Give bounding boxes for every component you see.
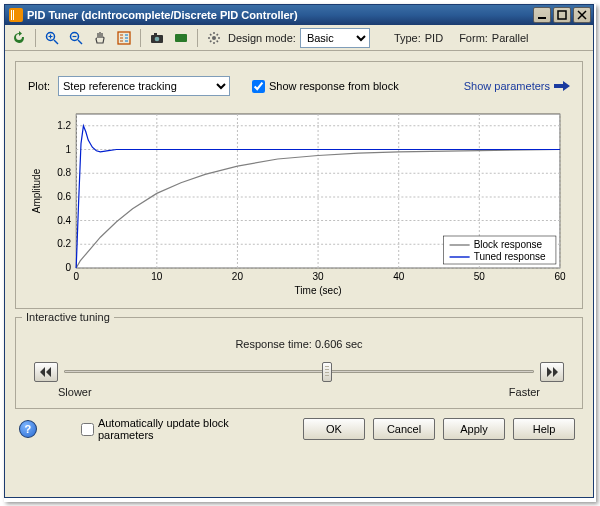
auto-update-checkbox[interactable] (81, 423, 94, 436)
svg-text:Time (sec): Time (sec) (295, 285, 342, 296)
svg-text:30: 30 (312, 271, 324, 282)
svg-text:20: 20 (232, 271, 244, 282)
refresh-icon[interactable] (9, 28, 29, 48)
help-icon[interactable]: ? (19, 420, 37, 438)
help-button[interactable]: Help (513, 418, 575, 440)
svg-rect-4 (118, 32, 130, 44)
show-block-checkbox[interactable] (252, 80, 265, 93)
svg-text:1: 1 (66, 144, 72, 155)
plot-type-select[interactable]: Step reference tracking (58, 76, 230, 96)
cancel-button[interactable]: Cancel (373, 418, 435, 440)
gear-icon[interactable] (204, 28, 224, 48)
svg-text:0: 0 (73, 271, 79, 282)
auto-update-checkbox-wrap[interactable]: Automatically update block parameters (81, 417, 287, 441)
svg-text:0.4: 0.4 (57, 215, 71, 226)
response-slider-thumb[interactable] (322, 362, 332, 382)
legend-icon[interactable] (114, 28, 134, 48)
response-slider-track[interactable] (64, 370, 534, 373)
design-mode-label: Design mode: (228, 32, 296, 44)
faster-label: Faster (509, 386, 540, 398)
titlebar: PID Tuner (dcIntrocomplete/Discrete PID … (5, 5, 593, 25)
svg-text:Block response: Block response (474, 239, 543, 250)
print-icon[interactable] (171, 28, 191, 48)
svg-text:60: 60 (554, 271, 566, 282)
response-chart: 010203040506000.20.40.60.811.2Time (sec)… (28, 108, 570, 298)
form-label: Form: (459, 32, 488, 44)
show-parameters-link[interactable]: Show parameters (464, 80, 570, 92)
svg-text:Amplitude: Amplitude (31, 168, 42, 213)
svg-text:0.8: 0.8 (57, 167, 71, 178)
svg-rect-1 (558, 11, 566, 19)
svg-text:10: 10 (151, 271, 163, 282)
ok-button[interactable]: OK (303, 418, 365, 440)
type-label: Type: (394, 32, 421, 44)
svg-point-6 (155, 36, 160, 41)
app-icon (9, 8, 23, 22)
svg-text:Tuned response: Tuned response (474, 251, 546, 262)
type-value: PID (425, 32, 443, 44)
pid-tuner-window: PID Tuner (dcIntrocomplete/Discrete PID … (4, 4, 594, 498)
svg-text:0.6: 0.6 (57, 191, 71, 202)
window-title: PID Tuner (dcIntrocomplete/Discrete PID … (27, 9, 533, 21)
zoom-out-icon[interactable] (66, 28, 86, 48)
faster-step-button[interactable] (540, 362, 564, 382)
auto-update-label: Automatically update block parameters (98, 417, 287, 441)
slower-step-button[interactable] (34, 362, 58, 382)
svg-rect-7 (154, 33, 157, 35)
interactive-tuning-group: Interactive tuning Response time: 0.606 … (15, 317, 583, 409)
minimize-button[interactable] (533, 7, 551, 23)
design-mode-select[interactable]: Basic (300, 28, 370, 48)
svg-text:0: 0 (66, 262, 72, 273)
svg-rect-8 (175, 34, 187, 42)
response-time-label: Response time: 0.606 sec (28, 338, 570, 350)
camera-icon[interactable] (147, 28, 167, 48)
zoom-in-icon[interactable] (42, 28, 62, 48)
pan-icon[interactable] (90, 28, 110, 48)
arrow-right-icon (554, 80, 570, 92)
apply-button[interactable]: Apply (443, 418, 505, 440)
maximize-button[interactable] (553, 7, 571, 23)
interactive-tuning-legend: Interactive tuning (22, 311, 114, 323)
svg-rect-0 (538, 17, 546, 19)
svg-text:1.2: 1.2 (57, 120, 71, 131)
svg-text:50: 50 (474, 271, 486, 282)
svg-point-9 (212, 36, 216, 40)
show-block-label: Show response from block (269, 80, 399, 92)
close-button[interactable] (573, 7, 591, 23)
form-value: Parallel (492, 32, 529, 44)
footer-row: ? Automatically update block parameters … (15, 417, 583, 441)
plot-panel: Plot: Step reference tracking Show respo… (15, 61, 583, 309)
plot-label: Plot: (28, 80, 50, 92)
show-block-checkbox-wrap[interactable]: Show response from block (252, 80, 399, 93)
toolbar: Design mode: Basic Type: PID Form: Paral… (5, 25, 593, 51)
slower-label: Slower (58, 386, 92, 398)
svg-text:40: 40 (393, 271, 405, 282)
svg-text:0.2: 0.2 (57, 238, 71, 249)
